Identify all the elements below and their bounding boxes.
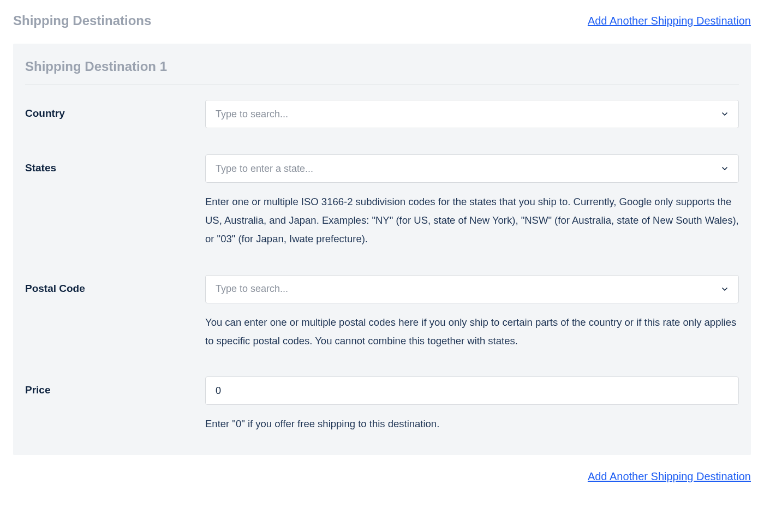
panel-title: Shipping Destination 1 [25, 59, 739, 85]
postal-code-field: You can enter one or multiple postal cod… [205, 275, 739, 350]
postal-code-row: Postal Code You can enter one or multipl… [25, 275, 739, 350]
states-label: States [25, 154, 205, 174]
price-field: Enter "0" if you offer free shipping to … [205, 376, 739, 433]
price-input[interactable] [205, 376, 739, 405]
country-label: Country [25, 100, 205, 119]
postal-code-help-text: You can enter one or multiple postal cod… [205, 313, 739, 350]
states-input[interactable] [205, 154, 739, 183]
destination-panel: Shipping Destination 1 Country States En… [13, 44, 751, 455]
add-destination-link-bottom[interactable]: Add Another Shipping Destination [588, 470, 751, 483]
states-row: States Enter one or multiple ISO 3166-2 … [25, 154, 739, 249]
postal-code-label: Postal Code [25, 275, 205, 295]
states-select-wrap [205, 154, 739, 183]
country-select-wrap [205, 100, 739, 128]
postal-code-select-wrap [205, 275, 739, 303]
section-header: Shipping Destinations Add Another Shippi… [13, 13, 751, 28]
country-input[interactable] [205, 100, 739, 128]
country-field [205, 100, 739, 128]
section-footer: Add Another Shipping Destination [13, 470, 751, 483]
country-row: Country [25, 100, 739, 128]
add-destination-link-top[interactable]: Add Another Shipping Destination [588, 15, 751, 27]
states-help-text: Enter one or multiple ISO 3166-2 subdivi… [205, 193, 739, 249]
page-title: Shipping Destinations [13, 13, 151, 28]
price-row: Price Enter "0" if you offer free shippi… [25, 376, 739, 433]
postal-code-input[interactable] [205, 275, 739, 303]
price-label: Price [25, 376, 205, 396]
states-field: Enter one or multiple ISO 3166-2 subdivi… [205, 154, 739, 249]
price-help-text: Enter "0" if you offer free shipping to … [205, 415, 739, 433]
